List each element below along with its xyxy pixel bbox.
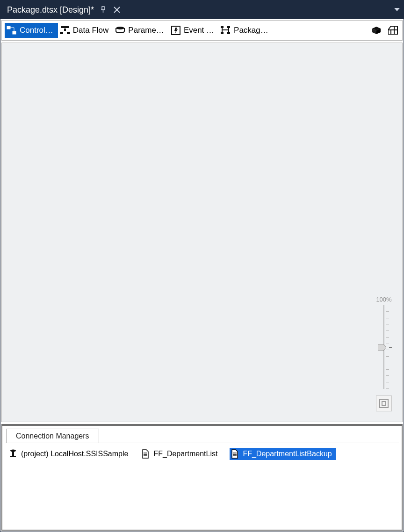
flatfile-connection-icon	[141, 449, 150, 459]
tab-package-explorer[interactable]: Packag…	[219, 23, 273, 38]
svg-rect-17	[221, 26, 224, 28]
document-title: Package.dtsx [Design]*	[4, 5, 94, 15]
connection-managers-tab[interactable]: Connection Managers	[6, 429, 99, 443]
connection-managers-tabs: Connection Managers	[2, 426, 402, 443]
connection-manager-label: FF_DepartmentList	[152, 450, 218, 458]
zoom-slider[interactable]	[377, 305, 391, 389]
control-flow-icon	[7, 25, 17, 36]
connection-manager-item[interactable]: FF_DepartmentListBackup	[230, 448, 335, 460]
parameters-icon	[115, 25, 125, 36]
svg-marker-5	[394, 8, 400, 11]
svg-rect-0	[102, 7, 104, 10]
svg-rect-19	[221, 32, 224, 34]
design-canvas[interactable]: 100%	[1, 43, 403, 422]
svg-rect-11	[60, 32, 63, 34]
tab-event-handlers[interactable]: Event …	[169, 23, 219, 38]
designer-window: Package.dtsx [Design]* Control… Data	[0, 0, 404, 532]
zoom-panel: 100%	[373, 296, 395, 411]
tab-parameters[interactable]: Parame…	[113, 23, 169, 38]
connection-managers-list[interactable]: (project) LocalHost.SSISSample FF_Depart…	[5, 443, 399, 527]
svg-rect-35	[12, 452, 14, 456]
svg-rect-32	[380, 399, 388, 408]
variables-icon[interactable]	[371, 25, 382, 36]
tab-label: Control…	[20, 26, 53, 35]
flatfile-connection-icon	[231, 449, 239, 459]
window-menu-dropdown-icon[interactable]	[394, 8, 400, 12]
designer-tabstrip: Control… Data Flow Parame… Event … Packa	[1, 20, 403, 41]
svg-marker-31	[378, 344, 386, 351]
oledb-connection-icon	[9, 449, 17, 459]
tab-data-flow[interactable]: Data Flow	[58, 23, 114, 38]
tab-control-flow[interactable]: Control…	[5, 23, 58, 38]
svg-rect-33	[382, 402, 386, 405]
close-icon[interactable]	[114, 7, 120, 13]
canvas-wrap: 100%	[1, 43, 403, 422]
svg-rect-20	[227, 32, 230, 34]
svg-point-34	[10, 450, 16, 452]
zoom-thumb[interactable]	[378, 344, 386, 351]
connection-managers-panel: Connection Managers (project) LocalHost.…	[1, 424, 403, 531]
pin-icon[interactable]	[100, 6, 107, 14]
svg-marker-16	[174, 28, 178, 34]
svg-rect-6	[7, 26, 10, 29]
svg-rect-18	[227, 26, 230, 28]
titlebar-actions	[100, 6, 120, 14]
tab-label: Data Flow	[73, 26, 109, 35]
svg-rect-13	[64, 29, 66, 31]
cm-tab-label: Connection Managers	[16, 432, 89, 440]
svg-rect-10	[61, 26, 69, 28]
svg-rect-12	[67, 32, 70, 34]
data-flow-icon	[60, 25, 70, 36]
fit-to-window-button[interactable]	[376, 395, 392, 411]
zoom-level-label: 100%	[376, 296, 391, 303]
svg-rect-36	[10, 456, 16, 457]
titlebar: Package.dtsx [Design]*	[0, 0, 404, 19]
ssis-toolbox-icon[interactable]	[388, 25, 398, 36]
tab-label: Parame…	[128, 26, 164, 35]
tab-label: Event …	[184, 26, 214, 35]
connection-manager-label: FF_DepartmentListBackup	[242, 450, 332, 458]
svg-rect-27	[388, 30, 397, 35]
connection-manager-label: (project) LocalHost.SSISSample	[20, 450, 129, 458]
package-explorer-icon	[221, 25, 231, 36]
event-handlers-icon	[171, 25, 181, 36]
svg-point-14	[116, 27, 124, 29]
svg-rect-7	[13, 31, 16, 34]
tab-label: Packag…	[234, 26, 268, 35]
connection-manager-item[interactable]: (project) LocalHost.SSISSample	[8, 448, 132, 460]
tabstrip-right-tools	[371, 25, 399, 36]
connection-manager-item[interactable]: FF_DepartmentList	[140, 448, 221, 460]
